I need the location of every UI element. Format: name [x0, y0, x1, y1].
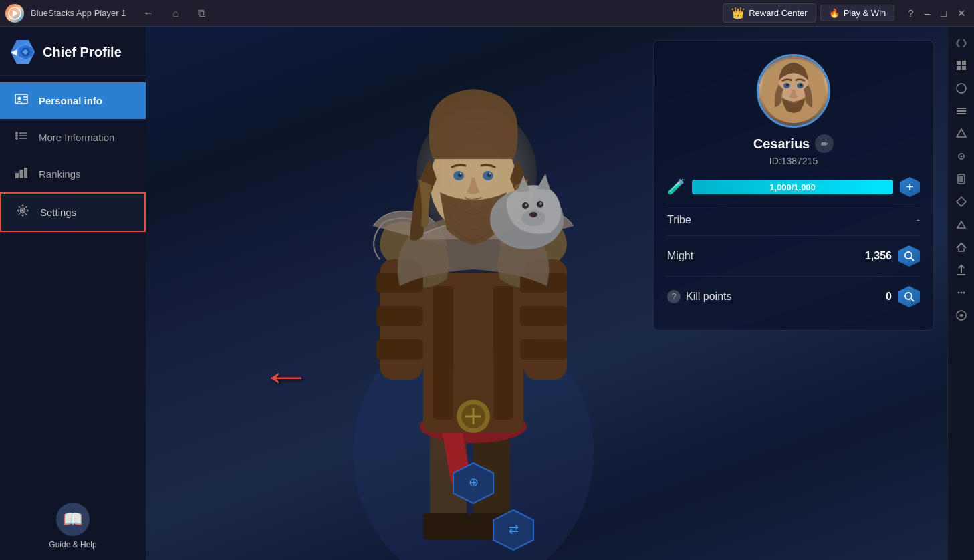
- layers-button[interactable]: ⧉: [194, 6, 209, 21]
- help-icon[interactable]: ?: [905, 6, 916, 20]
- right-sidebar-icon-8[interactable]: [949, 214, 973, 235]
- svg-point-54: [539, 202, 542, 205]
- svg-point-66: [800, 84, 802, 86]
- right-sidebar-icon-4[interactable]: [949, 123, 973, 144]
- svg-point-47: [489, 173, 491, 175]
- guide-help-button[interactable]: 📖 Guide & Help: [49, 503, 96, 549]
- crown-icon: 👑: [731, 7, 745, 19]
- stamina-plus-button[interactable]: +: [900, 177, 920, 197]
- red-arrow-indicator: ←: [260, 353, 312, 399]
- profile-name: Cesarius: [753, 136, 810, 152]
- svg-rect-15: [15, 173, 19, 178]
- profile-id: ID:1387215: [769, 156, 818, 166]
- titlebar-nav: ← ⌂ ⧉: [139, 6, 209, 21]
- sidebar-menu: Personal info More Information: [0, 76, 146, 492]
- sidebar-header: Chief Profile: [0, 27, 146, 76]
- right-sidebar-icon-1[interactable]: [949, 55, 973, 76]
- right-sidebar-icon-5[interactable]: [949, 146, 973, 167]
- svg-rect-39: [520, 339, 567, 360]
- svg-marker-1: [13, 10, 18, 17]
- svg-point-10: [15, 134, 18, 137]
- svg-rect-23: [423, 513, 470, 540]
- tribe-value: -: [917, 214, 920, 226]
- minimize-icon[interactable]: –: [922, 6, 933, 20]
- titlebar-icons: ? – □ ✕: [905, 6, 969, 21]
- svg-point-87: [960, 292, 962, 294]
- stamina-text: 1,000/1,000: [692, 180, 893, 194]
- svg-point-81: [960, 156, 962, 158]
- stamina-icon: 🧪: [667, 178, 685, 196]
- character-area: ⊕ ⇄: [146, 27, 666, 560]
- right-sidebar-icon-10[interactable]: [949, 259, 973, 281]
- guide-icon: 📖: [56, 503, 90, 536]
- svg-text:⊕: ⊕: [468, 476, 478, 489]
- right-sidebar: ❮❯: [947, 27, 974, 560]
- svg-rect-28: [433, 286, 453, 420]
- avatar: [757, 54, 830, 128]
- sidebar-item-personal-info[interactable]: Personal info: [0, 82, 146, 119]
- sidebar-logo: [11, 40, 35, 64]
- sidebar-item-rankings[interactable]: Rankings: [0, 156, 146, 192]
- avatar-inner: [759, 56, 828, 126]
- personal-info-label: Personal info: [39, 95, 102, 106]
- guide-help-label: Guide & Help: [49, 540, 96, 549]
- play-win-label: Play & Win: [844, 8, 886, 18]
- back-button[interactable]: ←: [139, 6, 158, 21]
- svg-rect-76: [957, 108, 966, 109]
- settings-label: Settings: [40, 206, 76, 218]
- reward-center-button[interactable]: 👑 Reward Center: [723, 3, 816, 23]
- svg-rect-77: [957, 110, 966, 112]
- game-content: ⊕ ⇄ ←: [146, 27, 947, 560]
- might-search-button[interactable]: [898, 245, 920, 267]
- home-button[interactable]: ⌂: [168, 6, 183, 21]
- right-sidebar-icon-9[interactable]: [949, 237, 973, 258]
- kill-points-help-icon[interactable]: ?: [667, 290, 681, 303]
- right-sidebar-icon-7[interactable]: [949, 191, 973, 213]
- svg-point-46: [459, 173, 461, 175]
- sidebar-item-settings[interactable]: Settings: [0, 192, 146, 232]
- svg-rect-29: [493, 286, 513, 420]
- reward-center-label: Reward Center: [749, 8, 807, 18]
- fire-icon: 🔥: [829, 8, 840, 18]
- svg-rect-72: [962, 61, 966, 65]
- sidebar-footer: 📖 Guide & Help: [0, 492, 146, 560]
- svg-rect-74: [962, 66, 966, 70]
- kill-points-search-button[interactable]: [898, 286, 920, 307]
- svg-point-53: [525, 204, 527, 206]
- play-win-button[interactable]: 🔥 Play & Win: [820, 5, 895, 21]
- right-sidebar-expand-icon[interactable]: ❮❯: [949, 32, 973, 53]
- titlebar-left: BlueStacks App Player 1 ← ⌂ ⧉: [5, 4, 209, 23]
- kill-points-label: ? Kill points: [667, 290, 731, 303]
- personal-info-icon: [13, 92, 29, 110]
- stamina-row: 🧪 1,000/1,000 +: [667, 177, 920, 197]
- right-sidebar-icon-3[interactable]: [949, 100, 973, 122]
- sidebar-item-more-information[interactable]: More Information: [0, 119, 146, 156]
- svg-point-67: [905, 252, 912, 259]
- character-figure: ⊕ ⇄: [306, 27, 640, 560]
- might-value: 1,356: [865, 250, 892, 262]
- svg-rect-35: [376, 339, 423, 360]
- svg-rect-34: [376, 306, 423, 326]
- svg-rect-38: [520, 306, 567, 326]
- rankings-icon: [13, 165, 29, 183]
- kill-points-row: ? Kill points 0: [667, 276, 920, 317]
- svg-point-56: [529, 212, 537, 217]
- app-logo: [5, 4, 24, 23]
- svg-rect-71: [957, 61, 961, 65]
- right-sidebar-icon-11[interactable]: [949, 282, 973, 303]
- edit-name-button[interactable]: ✏: [815, 134, 834, 153]
- app-title: BlueStacks App Player 1: [31, 8, 126, 18]
- right-sidebar-icon-12[interactable]: [949, 305, 973, 326]
- rankings-label: Rankings: [39, 168, 81, 180]
- close-icon[interactable]: ✕: [955, 6, 969, 21]
- settings-icon: [15, 203, 31, 221]
- right-sidebar-icon-6[interactable]: [949, 168, 973, 190]
- svg-line-68: [911, 258, 914, 261]
- svg-point-75: [957, 84, 966, 93]
- right-sidebar-icon-2[interactable]: [949, 78, 973, 99]
- profile-avatar-area: Cesarius ✏ ID:1387215: [667, 54, 920, 166]
- tribe-label: Tribe: [667, 214, 691, 226]
- maximize-icon[interactable]: □: [938, 6, 949, 20]
- main-area: Chief Profile Personal info: [0, 27, 974, 560]
- svg-point-69: [905, 293, 912, 299]
